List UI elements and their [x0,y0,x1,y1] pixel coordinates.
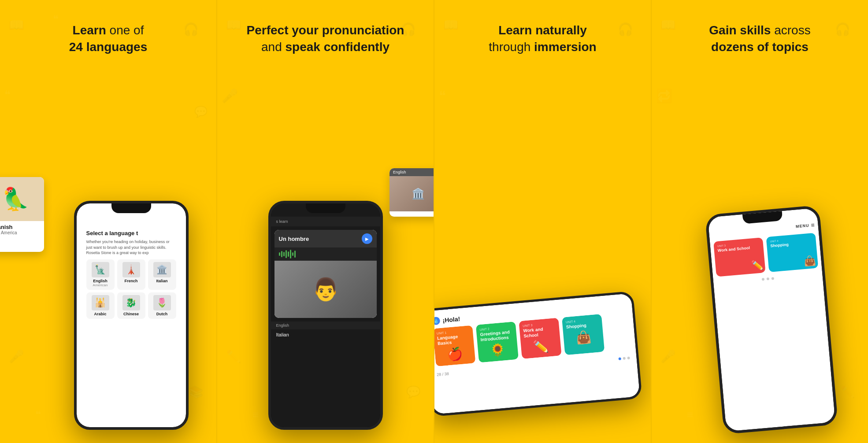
p2-bg-lines: ≡ [252,409,259,421]
wave-bar-5 [288,251,289,257]
panel1-title: Learn one of 24 languages [69,22,147,55]
float-card2-image: 🏛️ [389,176,434,211]
unit2-image: 🌻 [481,342,515,359]
p4-bg-mic: 🎤 [660,349,676,364]
unit-card-3[interactable]: UNIT 3 Work and School ✏️ [519,318,561,359]
unit-card-2[interactable]: UNIT 2 Greetings and Introductions 🌻 [475,321,518,363]
p2-bg-pencil: ✏️ [226,349,241,364]
panel-learn-languages: 📖 ❝ 🎧 ❝ 💬 🎤 📚 ❝ Learn one of 24 language… [0,0,216,443]
p2-bg-chat: 💬 [406,385,420,399]
toucan-icon: 🦜 [2,186,29,212]
panel4-title: Gain skills across dozens of topics [709,22,810,55]
panel2-phone-wrap: s learn Un hombre ▶ [268,201,383,430]
progress-dots [618,357,630,360]
float-card-lang-region: Latin America [0,230,41,235]
colosseum-icon: 🏛️ [412,188,425,200]
panel3-title-normal: through [489,40,534,54]
screen2-italian-row: Italian [271,329,380,340]
screen1-select-header: Select a language t [86,230,176,236]
wave-bar-6 [290,250,291,258]
language-grid: 🗽 English American 🗼 French 🏛️ Italian [86,259,176,319]
lang-italian[interactable]: 🏛️ Italian [148,259,176,290]
panel1-title-bold: Learn [73,23,106,37]
dot4-3 [771,277,774,280]
p3-bg-quote: ❝ [439,88,446,103]
p4-bg-book: 📖 [660,18,676,32]
lang-english-name: English [93,279,108,283]
phone1-notch [111,203,151,213]
wave-bar-1 [279,252,280,256]
unit-card-1[interactable]: UNIT 1 Language Basics 🍎 [434,325,475,367]
p4-bg-lines: ≡ [687,409,693,421]
phone2-screen: s learn Un hombre ▶ [271,203,380,427]
topic-card-work-school[interactable]: UNIT 3 Work and School ✏️ [713,237,766,277]
lang-dutch[interactable]: 🌷 Dutch [148,292,176,319]
phone3-screen: 💧 ¡Hola! UNIT 1 Language Basics 🍎 UNIT 2… [434,293,640,414]
lang-french[interactable]: 🗼 French [117,259,145,290]
panel4-title-line2: dozens of topics [711,40,809,54]
pron-word: Un hombre [279,236,309,242]
topics-grid: UNIT 3 Work and School ✏️ UNIT 4 Shoppin… [713,233,818,277]
panel4-title-normal: across [771,23,810,37]
p2-bg-mic: 🎤 [222,88,238,103]
lang-english-sub: American [93,283,108,287]
float-card2-lang: English [393,170,406,174]
panel2-phone: s learn Un hombre ▶ [268,201,383,430]
float-card-info: Spanish Latin America [0,221,44,238]
waveform [274,247,377,261]
unit2-title: Greetings and Introductions [480,329,513,343]
panel2-title-normal: and [261,40,286,54]
panel3-title-bold2: immersion [534,40,597,54]
bg-quote2-icon: ❝ [4,88,11,102]
lang-arabic-name: Arabic [94,312,106,316]
wave-bar-2 [281,251,282,257]
bg-chat-icon: 💬 [194,106,208,118]
wave-bar-7 [292,252,293,256]
panel3-title-bold1: Learn naturally [498,23,587,37]
screen2-bottom-label: English [271,321,380,329]
screen2-english-label: English [276,323,375,328]
imm-logo: 💧 [434,317,440,325]
float-card-lang-name: Spanish [0,224,41,230]
lang-italian-img: 🏛️ [153,262,171,277]
bg-quote-icon: ❝ [53,13,59,26]
unit4-image: 👜 [566,329,600,346]
dot-1 [623,357,626,360]
lang-chinese-name: Chinese [123,312,139,316]
panel2-title: Perfect your pronunciation and speak con… [247,22,404,55]
topic-card-shopping[interactable]: UNIT 4 Shopping 👜 [766,233,818,272]
panel3-phone-wrap: 💧 ¡Hola! UNIT 1 Language Basics 🍎 UNIT 2… [434,291,642,417]
lang-english-img: 🗽 [92,262,109,277]
dot4-2 [766,277,769,281]
panel3-phone: 💧 ¡Hola! UNIT 1 Language Basics 🍎 UNIT 2… [434,291,642,417]
pron-card-wrap: Un hombre ▶ [271,226,380,321]
panel1-phone: Select a language t Whether you're headi… [74,201,189,430]
topic1-image: ✏️ [751,259,764,272]
unit-card-4[interactable]: UNIT 4 Shopping 👜 [562,314,605,355]
dot-2 [627,357,630,360]
pron-person-image: 👨 [274,261,377,318]
lang-dutch-name: Dutch [156,312,168,316]
imm-progress: 28 / 38 [436,372,449,377]
screen2-italian-label: Italian [276,332,289,337]
panel2-title-bold1: Perfect your pronunciation [247,23,404,37]
p4-bg-headphones: 🎧 [835,22,850,37]
panel1-float-card: 🦜 Spanish Latin America [0,177,44,252]
wave-bar-4 [286,250,287,258]
lang-english[interactable]: 🗽 English American [86,259,115,290]
play-button[interactable]: ▶ [362,233,372,244]
phone2-notch [306,203,345,213]
panel4-phone-wrap: MENU ≡ UNIT 3 Work and School ✏️ UNIT 4 … [705,205,838,435]
panel2-float-card: English 🏛️ [389,168,434,217]
lang-arabic[interactable]: 🕌 Arabic [86,292,115,319]
dot-active [618,357,621,360]
bg-book2-icon: 📚 [189,385,203,399]
lang-french-name: French [124,279,137,283]
hamburger-icon[interactable]: ≡ [810,222,815,229]
float-card2-top: English [389,168,434,176]
screen2-content-wrap: s learn Un hombre ▶ [271,203,380,427]
panel4-title-bold1: Gain skills [709,23,771,37]
bg-quote3-icon: ❝ [35,409,41,421]
lang-chinese[interactable]: 🐉 Chinese [117,292,145,319]
phone1-screen: Select a language t Whether you're headi… [77,203,186,427]
